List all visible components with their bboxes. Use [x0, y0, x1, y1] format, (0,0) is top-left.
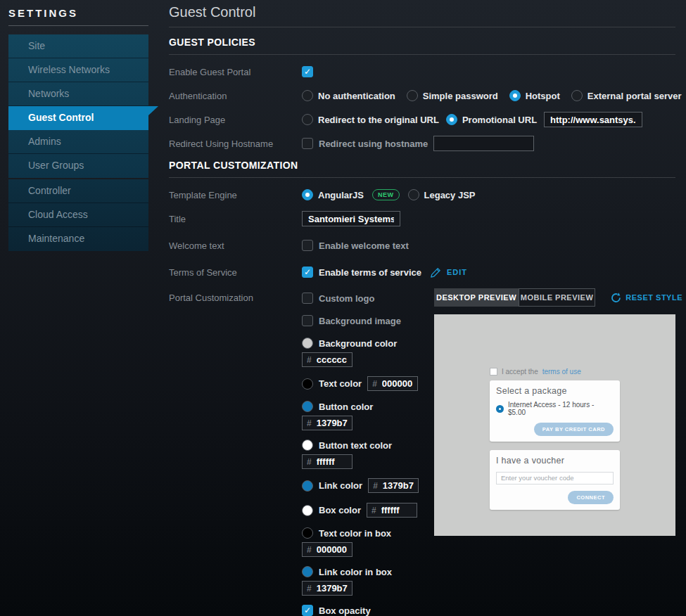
button-color-hexbox[interactable]: #	[302, 416, 352, 430]
sidebar-item-controller[interactable]: Controller	[8, 179, 148, 203]
edit-terms-link[interactable]: EDIT	[430, 267, 467, 278]
engine-option-legacy-jsp[interactable]: Legacy JSP	[408, 189, 476, 200]
link-color-in-box-hexbox[interactable]: #	[302, 581, 352, 596]
box-color-swatch[interactable]	[302, 505, 313, 516]
auth-option-hotspot[interactable]: Hotspot	[509, 90, 560, 101]
field-label: Title	[169, 214, 302, 224]
redirect-hostname-checkbox[interactable]	[302, 138, 313, 149]
radio-icon[interactable]	[302, 90, 313, 101]
box-opacity-checkbox[interactable]	[302, 605, 313, 616]
row-template-engine: Template Engine AngularJS NEW Legacy JSP	[169, 187, 675, 203]
link-color-swatch[interactable]	[302, 480, 313, 492]
section-heading-guest-policies: GUEST POLICIES	[169, 37, 675, 48]
preview-terms-row: I accept the terms of use	[490, 368, 620, 376]
connect-button[interactable]: CONNECT	[568, 491, 614, 504]
preview-terms-checkbox[interactable]	[490, 368, 497, 376]
link-color-in-box-input[interactable]	[317, 583, 348, 593]
button-color-swatch[interactable]	[302, 401, 313, 412]
text-color-in-box-swatch[interactable]	[302, 527, 313, 539]
background-color-swatch[interactable]	[302, 338, 313, 349]
sidebar: SETTINGS Site Wireless Networks Networks…	[0, 0, 160, 251]
package-option[interactable]: Internet Access - 12 hours - $5.00	[496, 401, 614, 416]
landing-option-redirect-original[interactable]: Redirect to the original URL	[302, 114, 439, 125]
auth-option-no-authentication[interactable]: No authentication	[302, 90, 395, 101]
sidebar-item-site[interactable]: Site	[8, 34, 148, 58]
field-label: Welcome text	[169, 240, 302, 251]
portal-title-input[interactable]	[302, 211, 400, 226]
sidebar-item-user-groups[interactable]: User Groups	[8, 154, 148, 178]
redirect-hostname-input[interactable]	[433, 136, 534, 151]
tab-mobile-preview[interactable]: MOBILE PREVIEW	[519, 288, 595, 307]
terms-of-use-link[interactable]: terms of use	[542, 368, 581, 376]
package-card-heading: Select a package	[496, 386, 614, 396]
button-color-input[interactable]	[317, 418, 348, 428]
auth-option-external-portal-server[interactable]: External portal server	[571, 90, 682, 101]
radio-icon[interactable]	[302, 189, 313, 200]
row-welcome-text: Welcome text Enable welcome text	[169, 238, 675, 253]
button-color-group: Button color #	[302, 401, 436, 430]
text-color-in-box-hexbox[interactable]: #	[302, 542, 352, 557]
link-color-in-box-group: Link color in box #	[302, 566, 436, 596]
sidebar-item-admins[interactable]: Admins	[8, 130, 148, 154]
engine-option-angularjs[interactable]: AngularJS	[302, 189, 364, 200]
page-title: Guest Control	[169, 4, 675, 20]
reset-arrow-icon	[611, 293, 621, 303]
landing-option-promotional-url[interactable]: Promotional URL	[446, 114, 537, 125]
reset-style-button[interactable]: RESET STYLE	[611, 293, 682, 303]
preview-package-card: Select a package Internet Access - 12 ho…	[490, 380, 620, 442]
sidebar-item-guest-control[interactable]: Guest Control	[8, 106, 148, 130]
radio-icon[interactable]	[408, 189, 419, 200]
background-color-input[interactable]	[317, 354, 348, 365]
row-landing-page: Landing Page Redirect to the original UR…	[169, 112, 675, 127]
radio-icon[interactable]	[302, 114, 313, 125]
pay-by-credit-card-button[interactable]: PAY BY CREDIT CARD	[534, 423, 614, 436]
portal-customization-divider	[169, 177, 675, 178]
link-color-hexbox[interactable]: #	[368, 478, 419, 493]
text-color-in-box-group: Text color in box #	[302, 527, 436, 557]
radio-icon[interactable]	[571, 90, 583, 101]
new-badge: NEW	[372, 189, 400, 200]
background-color-hexbox[interactable]: #	[302, 352, 352, 367]
sidebar-item-maintenance[interactable]: Maintenance	[8, 227, 148, 251]
terms-of-service-checkbox[interactable]	[302, 267, 313, 278]
text-color-swatch[interactable]	[302, 378, 313, 390]
button-text-color-swatch[interactable]	[302, 439, 313, 451]
button-text-color-input[interactable]	[317, 456, 348, 467]
text-color-hexbox[interactable]: #	[367, 376, 418, 391]
voucher-code-input[interactable]	[496, 472, 614, 485]
radio-icon[interactable]	[407, 90, 418, 101]
section-heading-portal-customization: PORTAL CUSTOMIZATION	[169, 160, 675, 171]
welcome-text-checkbox[interactable]	[302, 240, 313, 251]
radio-icon[interactable]	[509, 90, 521, 101]
preview-panel: DESKTOP PREVIEW MOBILE PREVIEW RESET STY…	[434, 288, 682, 536]
box-color-hexbox[interactable]: #	[367, 503, 417, 518]
tab-desktop-preview[interactable]: DESKTOP PREVIEW	[434, 288, 519, 307]
sidebar-item-wireless-networks[interactable]: Wireless Networks	[8, 58, 148, 82]
link-color-input[interactable]	[383, 480, 414, 491]
enable-guest-portal-checkbox[interactable]	[302, 66, 313, 77]
text-color-in-box-input[interactable]	[317, 544, 348, 555]
text-color-input[interactable]	[382, 378, 413, 389]
button-text-color-hexbox[interactable]: #	[302, 454, 352, 469]
preview-tabs: DESKTOP PREVIEW MOBILE PREVIEW RESET STY…	[434, 288, 682, 307]
box-color-input[interactable]	[381, 505, 412, 515]
preview-voucher-card: I have a voucher CONNECT	[490, 450, 620, 510]
customization-stack: Custom logo Background image Background …	[302, 293, 436, 616]
link-color-in-box-swatch[interactable]	[302, 566, 313, 577]
link-color-row: Link color #	[302, 478, 436, 493]
row-authentication: Authentication No authentication Simple …	[169, 88, 675, 103]
auth-option-simple-password[interactable]: Simple password	[407, 90, 498, 101]
package-radio-icon[interactable]	[496, 405, 504, 413]
title-divider	[169, 27, 675, 27]
sidebar-group-site: Site Wireless Networks Networks Guest Co…	[8, 34, 148, 178]
custom-logo-checkbox[interactable]	[302, 293, 313, 304]
custom-logo-row: Custom logo	[302, 293, 436, 304]
field-label: Terms of Service	[169, 267, 302, 278]
background-image-checkbox[interactable]	[302, 315, 313, 326]
radio-icon[interactable]	[446, 114, 457, 125]
background-color-group: Background color #	[302, 338, 436, 367]
sidebar-item-cloud-access[interactable]: Cloud Access	[8, 203, 148, 227]
text-color-row: Text color #	[302, 376, 436, 391]
sidebar-item-networks[interactable]: Networks	[8, 82, 148, 106]
promotional-url-input[interactable]	[544, 112, 642, 127]
